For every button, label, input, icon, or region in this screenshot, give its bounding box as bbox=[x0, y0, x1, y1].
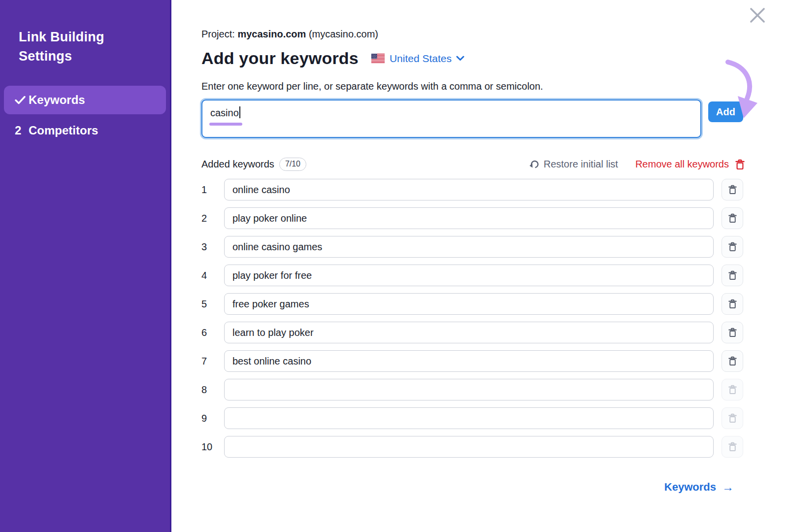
keyword-count-badge: 7/10 bbox=[279, 158, 306, 171]
footer: Keywords → bbox=[201, 480, 745, 494]
trash-icon bbox=[728, 299, 737, 309]
delete-keyword-button[interactable] bbox=[722, 265, 743, 286]
keyword-input[interactable] bbox=[224, 350, 714, 372]
sidebar-item-label: Competitors bbox=[29, 124, 98, 137]
keyword-input[interactable] bbox=[224, 407, 714, 429]
typed-keyword: casino bbox=[210, 106, 240, 119]
keyword-row: 5 bbox=[201, 293, 745, 315]
arrow-right-icon: → bbox=[722, 480, 734, 494]
added-keywords-header: Added keywords 7/10 Restore initial list… bbox=[201, 158, 745, 171]
row-number: 1 bbox=[201, 184, 224, 196]
keyword-entry-row: casino Add bbox=[201, 100, 745, 138]
main-panel: Project: mycasino.com (mycasino.com) Add… bbox=[171, 0, 788, 532]
restore-icon bbox=[529, 159, 539, 169]
link-building-settings-modal: Link Building Settings Keywords 2 Compet… bbox=[0, 0, 788, 532]
trash-icon bbox=[728, 385, 737, 395]
keywords-next-link[interactable]: Keywords → bbox=[664, 480, 734, 494]
text-cursor bbox=[239, 106, 240, 118]
step-number: 2 bbox=[12, 124, 29, 137]
keyword-input[interactable] bbox=[224, 236, 714, 258]
trash-icon bbox=[728, 213, 737, 223]
keyword-input[interactable] bbox=[224, 207, 714, 229]
delete-keyword-button[interactable] bbox=[722, 407, 743, 429]
row-number: 9 bbox=[201, 413, 224, 424]
keyword-input[interactable] bbox=[224, 379, 714, 400]
remove-all-label: Remove all keywords bbox=[635, 159, 729, 170]
keyword-row: 2 bbox=[201, 207, 745, 229]
remove-all-keywords-link[interactable]: Remove all keywords bbox=[635, 159, 745, 170]
keyword-row: 9 bbox=[201, 407, 745, 429]
row-number: 3 bbox=[201, 241, 224, 253]
keyword-row: 10 bbox=[201, 436, 745, 458]
sidebar-item-keywords[interactable]: Keywords bbox=[4, 86, 166, 114]
trash-icon bbox=[728, 356, 737, 366]
row-number: 7 bbox=[201, 356, 224, 367]
trash-icon bbox=[728, 328, 737, 337]
sidebar-item-label: Keywords bbox=[29, 93, 85, 107]
row-number: 2 bbox=[201, 213, 224, 224]
us-flag-icon bbox=[371, 54, 385, 63]
next-label: Keywords bbox=[664, 481, 716, 494]
title-row: Add your keywords bbox=[201, 49, 745, 68]
instruction-text: Enter one keyword per line, or separate … bbox=[201, 81, 745, 92]
project-prefix: Project: bbox=[201, 29, 235, 39]
sidebar-item-competitors[interactable]: 2 Competitors bbox=[4, 116, 166, 145]
sidebar-title: Link Building Settings bbox=[4, 28, 132, 66]
check-icon bbox=[12, 96, 29, 104]
row-number: 5 bbox=[201, 299, 224, 310]
keyword-row: 6 bbox=[201, 322, 745, 343]
project-name: mycasino.com bbox=[237, 29, 306, 39]
keyword-row: 3 bbox=[201, 236, 745, 258]
keywords-textarea[interactable]: casino bbox=[201, 100, 701, 138]
delete-keyword-button[interactable] bbox=[722, 436, 743, 458]
row-number: 8 bbox=[201, 384, 224, 396]
trash-icon bbox=[735, 159, 745, 170]
row-number: 10 bbox=[201, 441, 224, 453]
close-icon[interactable] bbox=[748, 6, 767, 26]
keyword-input[interactable] bbox=[224, 265, 714, 286]
delete-keyword-button[interactable] bbox=[722, 179, 743, 200]
trash-icon bbox=[728, 442, 737, 452]
trash-icon bbox=[728, 413, 737, 423]
chevron-down-icon bbox=[456, 56, 464, 61]
row-number: 6 bbox=[201, 327, 224, 338]
added-keywords-label: Added keywords bbox=[201, 159, 274, 170]
location-selector[interactable]: United States bbox=[390, 53, 464, 65]
keyword-row: 4 bbox=[201, 265, 745, 286]
row-number: 4 bbox=[201, 270, 224, 281]
keyword-row: 1 bbox=[201, 179, 745, 200]
keyword-input[interactable] bbox=[224, 179, 714, 200]
keyword-input[interactable] bbox=[224, 293, 714, 315]
delete-keyword-button[interactable] bbox=[722, 350, 743, 372]
add-button[interactable]: Add bbox=[708, 101, 743, 122]
sidebar: Link Building Settings Keywords 2 Compet… bbox=[0, 0, 171, 532]
keyword-row: 7 bbox=[201, 350, 745, 372]
keyword-row: 8 bbox=[201, 379, 745, 400]
delete-keyword-button[interactable] bbox=[722, 293, 743, 315]
keyword-underline-highlight bbox=[209, 123, 242, 126]
keyword-list: 1 2 3 bbox=[201, 179, 745, 458]
trash-icon bbox=[728, 185, 737, 195]
delete-keyword-button[interactable] bbox=[722, 379, 743, 400]
project-line: Project: mycasino.com (mycasino.com) bbox=[201, 29, 745, 40]
trash-icon bbox=[728, 270, 737, 280]
trash-icon bbox=[728, 242, 737, 252]
keyword-input[interactable] bbox=[224, 436, 714, 458]
restore-label: Restore initial list bbox=[544, 159, 618, 170]
keyword-input[interactable] bbox=[224, 322, 714, 343]
delete-keyword-button[interactable] bbox=[722, 207, 743, 229]
delete-keyword-button[interactable] bbox=[722, 236, 743, 258]
delete-keyword-button[interactable] bbox=[722, 322, 743, 343]
restore-initial-list-link[interactable]: Restore initial list bbox=[529, 159, 618, 170]
location-label: United States bbox=[390, 53, 452, 65]
page-title: Add your keywords bbox=[201, 49, 359, 68]
project-domain: (mycasino.com) bbox=[309, 29, 378, 39]
